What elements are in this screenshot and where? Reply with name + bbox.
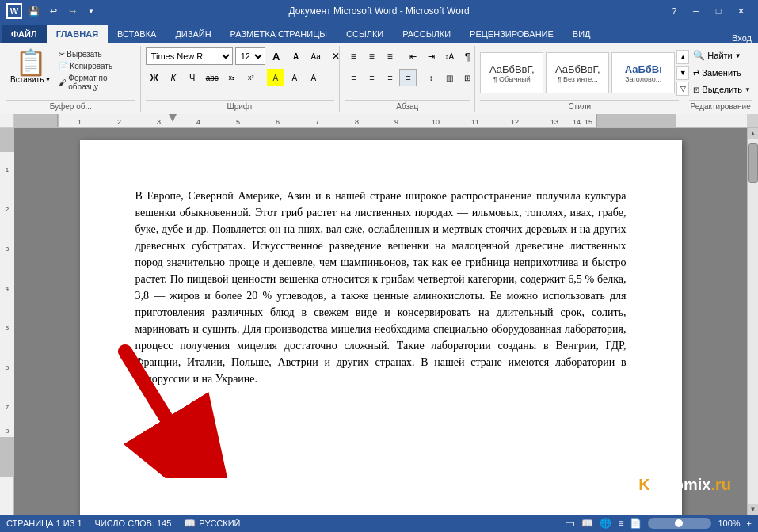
zoom-level: 100% bbox=[718, 519, 740, 528]
highlight-button[interactable]: А bbox=[267, 69, 284, 86]
view-outline-button[interactable]: ≡ bbox=[618, 518, 623, 529]
scroll-down-button[interactable]: ▼ bbox=[748, 504, 758, 515]
decrease-font-button[interactable]: A bbox=[288, 48, 305, 65]
style-nointervl[interactable]: АаБбВвГ, ¶ Без инте... bbox=[546, 52, 609, 93]
horizontal-ruler: 1 2 3 4 5 6 7 8 9 10 11 12 13 14 15 bbox=[14, 114, 747, 128]
svg-text:2: 2 bbox=[117, 118, 121, 126]
restore-button[interactable]: □ bbox=[707, 0, 729, 22]
replace-button[interactable]: ⇄ Заменить bbox=[689, 66, 745, 80]
find-button[interactable]: 🔍 Найти ▼ bbox=[689, 48, 745, 63]
view-draft-button[interactable]: 📄 bbox=[630, 518, 642, 529]
cut-button[interactable]: ✂Вырезать bbox=[56, 49, 135, 59]
title-bar-left: W 💾 ↩ ↪ ▼ bbox=[6, 3, 98, 19]
paste-dropdown-arrow[interactable]: ▼ bbox=[44, 76, 51, 83]
increase-font-button[interactable]: A bbox=[268, 48, 285, 65]
svg-text:3: 3 bbox=[6, 245, 10, 253]
view-web-button[interactable]: 🌐 bbox=[600, 518, 611, 529]
scroll-up-button[interactable]: ▲ bbox=[748, 128, 758, 139]
bullets-button[interactable]: ≡ bbox=[345, 48, 362, 65]
svg-text:5: 5 bbox=[6, 325, 10, 332]
paragraph-label: Абзац bbox=[345, 100, 470, 111]
style-normal[interactable]: АаБбВвГ, ¶ Обычный bbox=[480, 52, 543, 93]
line-spacing-button[interactable]: ↕ bbox=[422, 69, 440, 86]
svg-rect-21 bbox=[0, 128, 14, 152]
svg-text:1: 1 bbox=[6, 166, 10, 173]
shading-button[interactable]: А bbox=[305, 69, 322, 86]
save-quick[interactable]: 💾 bbox=[27, 4, 41, 18]
undo-quick[interactable]: ↩ bbox=[46, 4, 60, 18]
title-bar: W 💾 ↩ ↪ ▼ Документ Microsoft Word - Micr… bbox=[0, 0, 758, 22]
svg-text:6: 6 bbox=[6, 364, 10, 371]
sort-button[interactable]: ↕A bbox=[440, 48, 458, 65]
login-link[interactable]: Вход bbox=[726, 33, 758, 43]
tab-mailings[interactable]: РАССЫЛКИ bbox=[393, 25, 460, 43]
svg-text:1: 1 bbox=[78, 118, 82, 126]
numbering-button[interactable]: ≡ bbox=[363, 48, 380, 65]
cut-icon: ✂ bbox=[59, 50, 65, 59]
format-painter-button[interactable]: 🖌Формат по образцу bbox=[56, 73, 135, 92]
zoom-slider[interactable] bbox=[648, 518, 711, 529]
tab-insert[interactable]: ВСТАВКА bbox=[108, 25, 166, 43]
font-name-select[interactable]: Times New R bbox=[146, 48, 233, 65]
font-color-button[interactable]: А bbox=[286, 69, 303, 86]
vertical-scrollbar: ▲ ▼ bbox=[747, 128, 758, 515]
format-painter-icon: 🖌 bbox=[59, 78, 67, 87]
close-button[interactable]: ✕ bbox=[729, 0, 752, 22]
underline-button[interactable]: Ч bbox=[184, 69, 201, 86]
kompmix-rest: ompmix bbox=[650, 476, 711, 493]
scroll-track[interactable] bbox=[748, 139, 758, 504]
style-heading1[interactable]: АаБбВı Заголово... bbox=[611, 52, 675, 93]
tab-review[interactable]: РЕЦЕНЗИРОВАНИЕ bbox=[460, 25, 563, 43]
status-right: ▭ 📖 🌐 ≡ 📄 100% + bbox=[565, 517, 752, 530]
change-case-button[interactable]: Аа bbox=[307, 48, 325, 65]
find-icon: 🔍 bbox=[693, 50, 705, 61]
view-normal-button[interactable]: ▭ bbox=[565, 517, 575, 530]
multilevel-button[interactable]: ≡ bbox=[381, 48, 398, 65]
subscript-button[interactable]: x₂ bbox=[223, 69, 241, 86]
show-marks-button[interactable]: ¶ bbox=[459, 48, 476, 65]
superscript-button[interactable]: x² bbox=[242, 69, 260, 86]
tab-home[interactable]: ГЛАВНАЯ bbox=[47, 25, 108, 43]
align-right-button[interactable]: ≡ bbox=[381, 69, 398, 86]
font-label: Шрифт bbox=[146, 100, 335, 111]
document-text[interactable]: В Европе, Северной Америке, Азии и в наш… bbox=[135, 188, 627, 387]
tab-file[interactable]: ФАЙЛ bbox=[2, 25, 47, 43]
customize-quick[interactable]: ▼ bbox=[84, 4, 98, 18]
zoom-in-button[interactable]: + bbox=[747, 519, 752, 528]
italic-button[interactable]: К bbox=[165, 69, 182, 86]
bold-button[interactable]: Ж bbox=[146, 69, 163, 86]
clipboard-label: Буфер об... bbox=[6, 100, 135, 111]
align-justify-button[interactable]: ≡ bbox=[399, 69, 417, 86]
redo-quick[interactable]: ↪ bbox=[65, 4, 79, 18]
borders-button[interactable]: ⊞ bbox=[459, 69, 476, 86]
strikethrough-button[interactable]: abc bbox=[203, 69, 222, 86]
select-arrow: ▼ bbox=[745, 86, 751, 93]
tab-references[interactable]: ССЫЛКИ bbox=[337, 25, 393, 43]
page-canvas: В Европе, Северной Америке, Азии и в наш… bbox=[14, 128, 747, 515]
increase-indent-button[interactable]: ⇥ bbox=[422, 48, 440, 65]
status-bar: СТРАНИЦА 1 ИЗ 1 ЧИСЛО СЛОВ: 145 📖 РУССКИ… bbox=[0, 515, 758, 532]
minimize-button[interactable]: ─ bbox=[685, 0, 707, 22]
spell-check-icon: 📖 bbox=[184, 518, 196, 529]
paste-button[interactable]: 📋 Вставить ▼ bbox=[6, 48, 55, 86]
word-count: ЧИСЛО СЛОВ: 145 bbox=[95, 519, 172, 528]
copy-button[interactable]: 📄Копировать bbox=[56, 61, 135, 71]
align-left-button[interactable]: ≡ bbox=[345, 69, 362, 86]
find-arrow: ▼ bbox=[735, 52, 741, 59]
tab-view[interactable]: ВИД bbox=[563, 25, 600, 43]
select-button[interactable]: ⊡ Выделить ▼ bbox=[689, 82, 755, 97]
font-size-select[interactable]: 12 bbox=[235, 48, 265, 65]
align-center-button[interactable]: ≡ bbox=[363, 69, 380, 86]
select-icon: ⊡ bbox=[693, 86, 699, 94]
view-read-button[interactable]: 📖 bbox=[581, 518, 593, 529]
tab-layout[interactable]: РАЗМЕТКА СТРАНИЦЫ bbox=[221, 25, 337, 43]
decrease-indent-button[interactable]: ⇤ bbox=[404, 48, 421, 65]
replace-icon: ⇄ bbox=[693, 69, 699, 78]
shading-para-button[interactable]: ▥ bbox=[440, 69, 458, 86]
help-button[interactable]: ? bbox=[663, 0, 685, 22]
svg-rect-0 bbox=[14, 114, 58, 128]
align-row: ≡ ≡ ≡ ≡ ↕ ▥ ⊞ bbox=[345, 69, 476, 86]
ruler-svg: 1 2 3 4 5 6 7 8 9 10 11 12 13 14 15 bbox=[14, 114, 747, 128]
tab-design[interactable]: ДИЗАЙН bbox=[166, 25, 220, 43]
scroll-thumb[interactable] bbox=[748, 143, 758, 183]
